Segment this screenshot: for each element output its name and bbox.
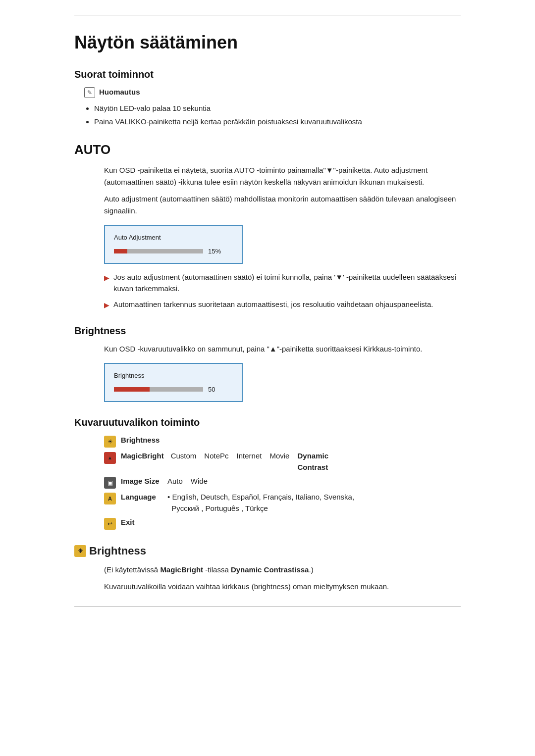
kuvaruutu-row-imagesize: ▣ Image Size Auto Wide [104,476,461,489]
brightness-para: Kun OSD -kuvaruutuvalikko on sammunut, p… [104,343,461,355]
page-container: Näytön säätäminen Suorat toiminnot ✎ Huo… [45,0,490,627]
auto-para1: Kun OSD -painiketta ei näytetä, suorita … [104,164,461,188]
kuvaruutu-values-magicbright: Custom NotePc Internet Movie DynamicCont… [171,451,328,473]
bullet-2: Paina VALIKKO-painiketta neljä kertaa pe… [94,116,461,128]
section-brightness2: ☀ Brightness (Ei käytettävissä MagicBrig… [74,543,461,593]
kuvaruutu-label-language: Language [121,492,160,503]
section-suorat: Suorat toiminnot ✎ Huomautus Näytön LED-… [74,67,461,127]
magicbright-val-custom: Custom [171,451,197,462]
brightness2-heading: ☀ Brightness [74,543,461,559]
auto-tip1-text: Jos auto adjustment (automaattinen säätö… [113,272,461,294]
magicbright-val-movie: Movie [269,451,289,462]
section-kuvaruutu: Kuvaruutuvalikon toiminto ☀ Brightness ▲… [74,415,461,530]
brightness2-bold-1: MagicBright [160,565,203,574]
auto-progress-track [114,249,203,253]
brightness-progress-fill [114,387,150,392]
kuvaruutu-row-magicbright: ▲ MagicBright Custom NotePc Internet Mov… [104,451,461,473]
auto-heading: AUTO [74,140,461,159]
kuvaruutu-table: ☀ Brightness ▲ MagicBright Custom NotePc… [104,435,461,530]
kuvaruutu-label-brightness: Brightness [121,435,160,446]
tip-arrow-1: ▶ [104,273,109,283]
suorat-bullets: Näytön LED-valo palaa 10 sekuntia Paina … [94,103,461,127]
tip-arrow-2: ▶ [104,300,109,310]
icon-exit: ↩ [104,518,116,530]
suorat-heading: Suorat toiminnot [74,67,461,82]
brightness2-heading-text: Brightness [89,543,146,559]
kuvaruutu-row-language: A Language • English, Deutsch, Español, … [104,492,461,514]
kuvaruutu-row-exit: ↩ Exit [104,517,461,530]
brightness-heading: Brightness [74,323,461,338]
icon-language: A [104,493,116,504]
brightness-progress-container: 50 [114,385,233,395]
bottom-rule [74,606,461,607]
language-values: • English, Deutsch, Español, Français, I… [167,492,354,514]
auto-tip1: ▶ Jos auto adjustment (automaattinen sää… [104,272,461,294]
note-box: ✎ Huomautus [84,87,461,98]
auto-tip2-text: Automaattinen tarkennus suoritetaan auto… [113,299,433,310]
auto-dialog-title: Auto Adjustment [114,233,233,243]
kuvaruutu-label-imagesize: Image Size [121,476,160,487]
kuvaruutu-label-exit: Exit [121,517,160,528]
kuvaruutu-heading: Kuvaruutuvalikon toiminto [74,415,461,430]
section-auto: AUTO Kun OSD -painiketta ei näytetä, suo… [74,140,461,310]
auto-progress-label: 15% [208,247,221,256]
brightness-dialog-title: Brightness [114,371,233,381]
brightness2-para1: (Ei käytettävissä MagicBright -tilassa D… [104,564,461,576]
brightness2-para2: Kuvaruutuvalikoilla voidaan vaihtaa kirk… [104,581,461,593]
brightness2-bold-2: Dynamic Contrastissa [231,565,309,574]
auto-para2: Auto adjustment (automaattinen säätö) ma… [104,193,461,217]
icon-magicbright: ▲ [104,452,116,464]
auto-progress-fill [114,249,127,253]
brightness-progress-track [114,387,203,392]
page-title: Näytön säätäminen [74,29,461,56]
kuvaruutu-label-magicbright: MagicBright [121,451,164,462]
brightness-progress-label: 50 [208,385,215,395]
auto-dialog: Auto Adjustment 15% [104,225,243,264]
top-rule [74,15,461,15]
icon-imagesize: ▣ [104,477,116,489]
bullet-1: Näytön LED-valo palaa 10 sekuntia [94,103,461,114]
auto-tip2: ▶ Automaattinen tarkennus suoritetaan au… [104,299,461,310]
magicbright-val-dynamic: DynamicContrast [297,451,328,473]
kuvaruutu-row-brightness: ☀ Brightness [104,435,461,448]
imagesize-val-wide: Wide [191,476,208,487]
imagesize-val-auto: Auto [167,476,183,487]
icon-brightness: ☀ [104,436,116,448]
section-brightness: Brightness Kun OSD -kuvaruutuvalikko on … [74,323,461,402]
icon-brightness2: ☀ [74,545,86,557]
magicbright-val-internet: Internet [237,451,262,462]
brightness-dialog: Brightness 50 [104,363,243,402]
kuvaruutu-values-imagesize: Auto Wide [167,476,208,487]
auto-progress-container: 15% [114,247,233,256]
magicbright-val-notepc: NotePc [204,451,228,462]
note-label: Huomautus [99,87,140,98]
note-icon: ✎ [84,87,95,98]
